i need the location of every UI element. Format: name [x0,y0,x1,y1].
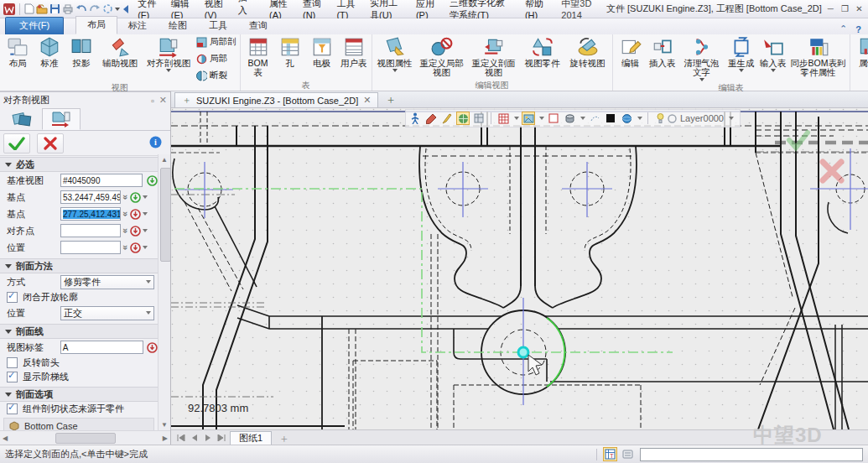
drawing-canvas[interactable]: Layer0000 92.7803 mm [171,108,868,429]
document-tab[interactable]: ＋ SUZUKI Engine.Z3 - [Bottom Case_2D] ✕ [174,92,378,107]
prev-sheet-icon[interactable] [190,434,200,443]
add-sheet-icon[interactable]: ＋ [273,431,294,446]
undo-icon[interactable] [75,3,87,16]
panel-dock-icon[interactable]: ▫ [151,96,154,106]
next-sheet-icon[interactable] [202,434,213,443]
panel-hscroll-thumb[interactable] [55,433,116,444]
paintbrush-icon[interactable] [440,112,454,125]
shade-mode-caret-icon[interactable] [580,117,585,120]
view-tag-input[interactable]: A [60,341,143,354]
method-dropdown[interactable]: 修剪零件 [60,275,154,289]
redefine-local-view-button[interactable]: 重定义局部视图 [416,35,468,78]
tab-drawing[interactable]: 绘图 [158,18,198,34]
projection-button[interactable]: 投影 [65,35,97,69]
base-point1-caret-icon[interactable] [143,195,148,199]
align-point-caret-icon[interactable] [143,229,148,232]
panel-tab-aligned-views[interactable] [3,108,40,130]
exit-sketch-icon[interactable] [408,112,422,125]
tab-close-icon[interactable]: ✕ [363,95,371,106]
tab-dimension[interactable]: 标注 [117,18,158,34]
image-display-icon[interactable] [522,112,535,125]
show-step-checkbox[interactable] [7,372,18,382]
component-state-checkbox[interactable] [7,403,18,414]
base-point2-input[interactable]: 277.25,412.431 [60,207,121,221]
minimize-button[interactable]: ─ [825,3,836,15]
layer-selector[interactable]: Layer0000 [653,113,737,124]
save-icon[interactable] [49,3,60,16]
view-attributes-button[interactable]: 视图属性 [374,35,416,73]
grid-caret-icon[interactable] [514,117,519,120]
grid-toggle-icon[interactable] [496,112,510,125]
layout-button[interactable]: 布局 [2,35,34,69]
align-point-input[interactable] [60,224,121,237]
local-section-button[interactable]: 局部剖 [196,36,236,48]
edit-pencil-icon[interactable] [424,112,438,125]
command-input[interactable] [640,448,863,461]
clean-balloon-caret-icon[interactable] [699,78,704,81]
location-pick-icon[interactable] [130,242,141,253]
shade-mode-icon[interactable] [563,112,576,125]
panel-horizontal-scrollbar[interactable]: ◀ ▶ [0,430,170,445]
base-point1-input[interactable]: 53.2447,459.492 [60,190,121,204]
flip-arrow-checkbox[interactable] [7,357,18,368]
base-point1-pick-icon[interactable] [130,192,141,203]
panel-tab-aligned-section[interactable] [42,108,81,130]
view-attributes-caret-icon[interactable] [392,69,398,72]
base-view-pick-icon[interactable] [147,175,158,186]
drawing-svg[interactable] [171,108,868,429]
restore-button[interactable]: ❐ [839,3,850,15]
flip-arrow-row[interactable]: 反转箭头 [0,356,158,370]
section-options[interactable]: 剖面选项 [0,387,158,402]
snap-point[interactable] [518,347,528,357]
clean-balloon-text-button[interactable]: 清理气泡文字 [678,35,725,82]
location-caret-icon[interactable] [143,246,148,249]
material-sphere-icon[interactable] [620,112,633,125]
tab-pin-icon[interactable]: ＋ [182,94,191,107]
sync-bom-button[interactable]: 同步BOM表到零件属性 [789,35,848,78]
collapse-ribbon-icon[interactable]: ⌃ [839,23,847,34]
redo-icon[interactable] [89,3,101,16]
view-tag-pick-icon[interactable] [147,342,158,353]
section-method[interactable]: 剖面方法 [0,258,158,273]
rotate-view-button[interactable]: 旋转视图 [565,35,611,69]
bom-table-button[interactable]: BOM表 [242,35,274,78]
info-button[interactable]: i [149,136,162,150]
new-tab-icon[interactable]: ＋ [378,92,403,107]
pattern-display-icon[interactable] [588,112,601,125]
component-state-row[interactable]: 组件剖切状态来源于零件 [0,402,158,416]
new-file-icon[interactable] [24,3,34,16]
tab-layout[interactable]: 布局 [75,16,117,34]
image-display-caret-icon[interactable] [539,117,544,120]
print-icon[interactable] [62,3,74,16]
regenerate-caret-icon[interactable] [739,69,744,72]
base-point2-pick-icon[interactable] [130,209,141,220]
aligned-section-view-button[interactable]: 对齐剖视图 [143,35,195,73]
regenerate-button[interactable]: 重生成 [725,35,757,73]
location-input[interactable] [60,241,121,254]
redefine-section-view-button[interactable]: 重定义剖面视图 [468,35,520,78]
standard-view-button[interactable]: 标准 [34,35,65,69]
help-icon[interactable]: ? [855,24,861,34]
panel-vertical-scrollbar[interactable]: ▲ ▼ [158,154,170,430]
small-table-icon[interactable] [472,112,486,125]
close-profile-row[interactable]: 闭合开放轮廓 [0,290,158,304]
last-sheet-icon[interactable] [215,434,228,443]
align-point-pick-icon[interactable] [130,226,141,237]
auxiliary-view-button[interactable]: 辅助视图 [97,35,143,69]
close-button[interactable]: ✕ [854,3,865,15]
cancel-button[interactable] [37,133,64,153]
user-table-button[interactable]: 用户表 [338,35,370,69]
aligned-section-caret-icon[interactable] [166,69,171,72]
tab-inquire[interactable]: 查询 [238,18,278,34]
color-swatch-black[interactable] [604,112,617,125]
part-list-item[interactable]: Bottom Case [3,418,154,430]
panel-close-icon[interactable]: ✕ [159,95,167,106]
section-required[interactable]: 必选 [0,157,158,172]
import-table-caret-icon[interactable] [771,69,776,72]
prompt-toggle-icon[interactable]: T [603,447,617,461]
section-line[interactable]: 剖面线 [0,324,158,339]
location-expand-icon[interactable]: » [121,243,131,252]
insert-table-button[interactable]: 插入表 [647,35,678,69]
show-step-row[interactable]: 显示阶梯线 [0,370,158,384]
frame-display-icon[interactable] [547,112,560,125]
